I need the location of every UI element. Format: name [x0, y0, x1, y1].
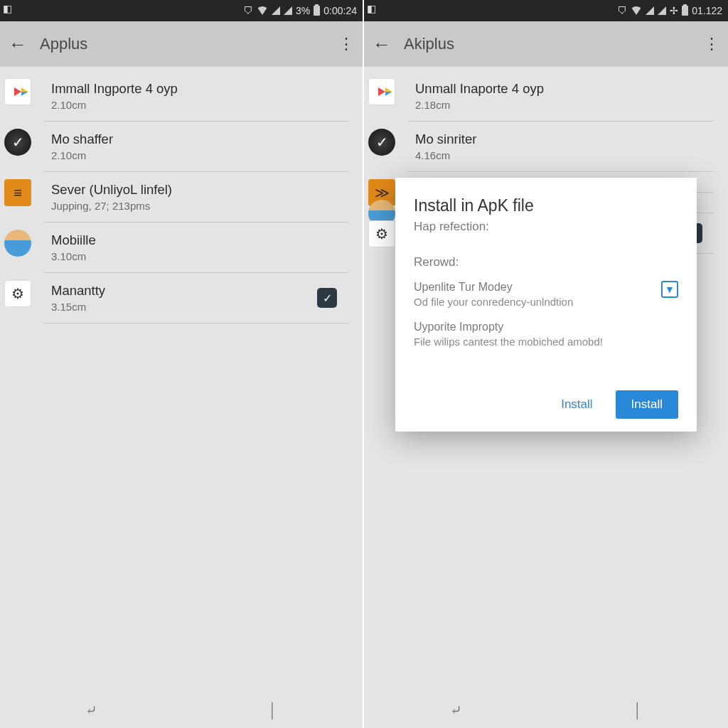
status-time: 01.122: [692, 5, 722, 16]
nav-bar: ⤶ │: [364, 692, 728, 728]
back-button[interactable]: ←: [373, 33, 398, 55]
app-icon: ✓: [368, 129, 395, 156]
dialog-actions: Install Install: [414, 390, 678, 419]
nav-bar: ⤶ │: [0, 692, 363, 728]
app-bar: ← Akiplus ⋮: [364, 21, 728, 67]
list-item[interactable]: ≡ Sever (UnliyoL linfel) Jupping, 27; 21…: [44, 172, 348, 223]
item-subtitle: 2.18cm: [415, 99, 702, 111]
app-icon: ✓: [4, 129, 31, 156]
option-desc: File wilips cantest the mobiched amobd!: [414, 336, 678, 348]
option-checkbox-checked[interactable]: ▼: [661, 281, 678, 298]
overflow-menu-button[interactable]: ⋮: [337, 35, 354, 53]
status-misc-icon: ✢: [670, 5, 678, 16]
item-title: Mo shaffer: [51, 132, 337, 147]
app-icon: [4, 230, 31, 257]
status-time: 0:00:24: [323, 5, 357, 16]
page-title: Applus: [40, 35, 337, 53]
nav-divider: │: [268, 702, 277, 719]
dialog-subtitle: Hap refection:: [414, 220, 678, 234]
signal-icon-2: [658, 6, 666, 15]
dialog-option-row[interactable]: Uyporite Impropty File wilips cantest th…: [414, 321, 678, 348]
signal-icon: [646, 6, 654, 15]
install-dialog: Install in ApK file Hap refection: Rerow…: [395, 178, 697, 432]
gear-icon: ⚙: [368, 220, 395, 247]
item-title: Mobiille: [51, 232, 337, 248]
install-raised-button[interactable]: Install: [616, 390, 678, 419]
item-subtitle: 4.16cm: [415, 149, 702, 161]
shield-icon: ⛉: [243, 5, 253, 16]
item-subtitle: 3.15cm: [51, 301, 317, 313]
screenshot-right: ◧ ⛉ ✢ 01.122 ← Akiplus ⋮ Unmall Inaporte…: [364, 0, 728, 728]
wifi-icon: [631, 6, 642, 15]
battery-percent: 3%: [296, 5, 310, 16]
item-subtitle: 2.10cm: [51, 99, 337, 111]
app-bar: ← Applus ⋮: [0, 21, 363, 67]
play-store-icon: [368, 78, 395, 105]
page-title: Akiplus: [404, 35, 702, 53]
list-item[interactable]: Mobiille 3.10cm: [44, 223, 348, 273]
battery-icon: [682, 6, 688, 16]
item-subtitle: 2.10cm: [51, 149, 337, 161]
item-title: Mo sinriter: [415, 132, 702, 147]
shield-icon: ⛉: [617, 5, 627, 16]
item-subtitle: Jupping, 27; 213pms: [51, 200, 337, 212]
gear-icon: ⚙: [4, 280, 31, 307]
signal-icon-2: [284, 6, 292, 15]
dialog-section-label: Rerowd:: [414, 255, 678, 269]
item-title: Immall Ingporte 4 oyp: [51, 81, 337, 97]
option-title: Upenlite Tur Modey: [414, 281, 654, 294]
nav-back-icon[interactable]: ⤶: [85, 702, 97, 719]
contact-icon: ◧: [3, 3, 12, 14]
checkbox-checked[interactable]: ✓: [317, 288, 337, 308]
option-title: Uyporite Impropty: [414, 321, 678, 333]
play-store-icon: [4, 78, 31, 105]
screenshot-left: ◧ ⛉ 3% 0:00:24 ← Applus ⋮ Immall Ingport…: [0, 0, 364, 728]
option-desc: Od file your conredency-unlndtion: [414, 296, 654, 308]
signal-icon: [272, 6, 280, 15]
item-title: Manantty: [51, 283, 317, 299]
item-title: Sever (UnliyoL linfel): [51, 182, 337, 198]
dialog-title: Install in ApK file: [414, 196, 678, 215]
app-icon: ≡: [4, 179, 31, 206]
list-item[interactable]: Immall Ingporte 4 oyp 2.10cm: [44, 71, 348, 122]
status-bar: ◧ ⛉ 3% 0:00:24: [0, 0, 363, 21]
install-flat-button[interactable]: Install: [548, 390, 605, 419]
nav-back-icon[interactable]: ⤶: [450, 702, 462, 719]
item-title: Unmall Inaporte 4 oyp: [415, 81, 702, 97]
dialog-option-row[interactable]: Upenlite Tur Modey Od file your conreden…: [414, 281, 678, 308]
overflow-menu-button[interactable]: ⋮: [702, 35, 719, 53]
app-list: Immall Ingporte 4 oyp 2.10cm ✓ Mo shaffe…: [0, 67, 363, 692]
item-subtitle: 3.10cm: [51, 250, 337, 262]
list-item[interactable]: ✓ Mo sinriter 4.16cm: [408, 122, 714, 172]
battery-icon: [314, 6, 320, 16]
list-item[interactable]: Unmall Inaporte 4 oyp 2.18cm: [408, 71, 714, 122]
status-bar: ◧ ⛉ ✢ 01.122: [364, 0, 728, 21]
back-button[interactable]: ←: [9, 33, 34, 55]
wifi-icon: [257, 6, 268, 15]
list-item[interactable]: ✓ Mo shaffer 2.10cm: [44, 122, 348, 172]
nav-divider: │: [633, 702, 643, 719]
contact-icon: ◧: [367, 3, 376, 14]
list-item[interactable]: ⚙ Manantty 3.15cm ✓: [44, 273, 348, 323]
